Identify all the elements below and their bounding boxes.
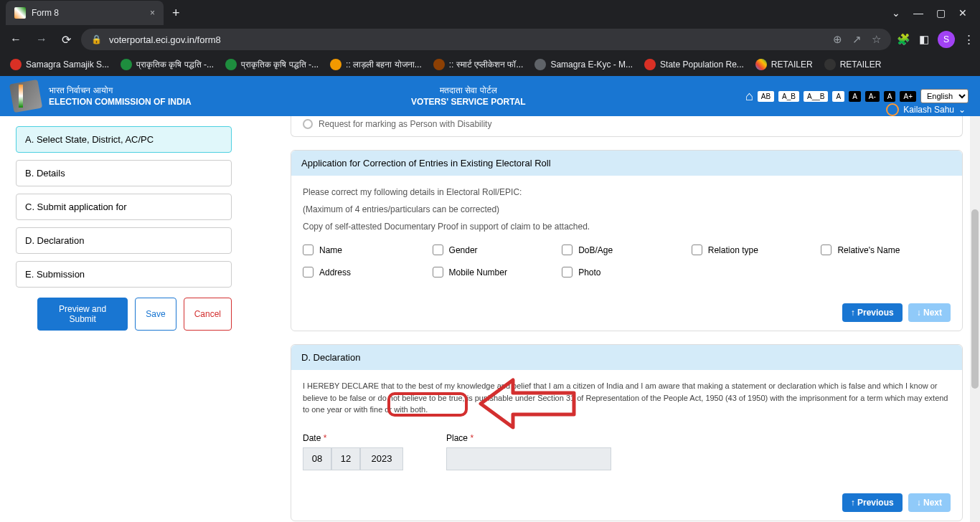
sidepanel-icon[interactable]: ◧ [919,33,929,46]
check-label: Mobile Number [449,267,507,277]
check-option: Mobile Number [433,261,562,283]
cancel-button[interactable]: Cancel [184,298,232,331]
bookmark-item[interactable]: प्राकृतिक कृषि पद्धति -... [221,56,323,73]
date-day-input[interactable] [303,447,331,470]
checkbox-relation-type[interactable] [692,245,702,255]
portal-title-en: VOTERS' SERVICE PORTAL [192,97,745,107]
header-title-en: ELECTION COMMISSION OF INDIA [49,97,192,107]
size-minus[interactable]: A- [865,91,880,102]
scrollbar-track[interactable] [970,116,980,522]
new-tab-button[interactable]: + [172,6,180,21]
checkbox-dob-age[interactable] [562,245,573,255]
bookmark-favicon [10,59,22,70]
portal-title-hi: मतदाता सेवा पोर्टल [192,85,745,95]
check-option: Name [303,239,433,261]
checkbox-photo[interactable] [562,267,573,277]
radio-disability[interactable] [303,119,313,129]
back-icon[interactable]: ← [6,29,26,50]
check-option: Relation type [692,239,821,261]
previous-button-2[interactable]: ↑ Previous [842,493,903,512]
user-icon [886,103,899,116]
bookmark-label: RETAILER [771,60,813,70]
theme-a[interactable]: A [832,91,844,102]
forward-icon[interactable]: → [32,29,52,50]
bookmark-item[interactable]: :: स्मार्ट एप्लीकेशन फॉ... [429,56,528,73]
bookmark-favicon [644,59,656,70]
bookmark-favicon [330,59,341,70]
step-b[interactable]: B. Details [16,160,232,186]
url-text: voterportal.eci.gov.in/form8 [109,34,826,45]
step-d[interactable]: D. Declaration [16,227,232,254]
close-window-icon[interactable]: ✕ [958,7,967,19]
extensions-icon[interactable]: 🧩 [897,33,910,46]
step-c[interactable]: C. Submit application for [16,194,232,220]
bookmark-item[interactable]: Samagra E-Kyc - M... [530,56,637,73]
minimize-icon[interactable]: — [913,7,923,19]
checkbox-mobile-number[interactable] [433,267,443,277]
bookmark-label: प्राकृतिक कृषि पद्धति -... [136,60,214,70]
check-label: DoB/Age [578,245,613,255]
profile-avatar[interactable]: S [938,31,955,48]
header-title-hi: भारत निर्वाचन आयोग [49,85,192,95]
correction-card: Application for Correction of Entries in… [291,150,963,331]
declaration-title: D. Declaration [291,345,962,370]
search-icon[interactable]: ⊕ [833,33,842,46]
bookmark-favicon [824,59,836,70]
address-bar[interactable]: 🔒 voterportal.eci.gov.in/form8 ⊕ ↗ ☆ [81,29,891,50]
preview-submit-button[interactable]: Preview and Submit [37,298,128,331]
save-button[interactable]: Save [135,298,176,331]
checkbox-name[interactable] [303,245,314,255]
theme-a--b[interactable]: A__B [804,91,828,102]
step-e[interactable]: E. Submission [16,261,232,288]
size-plus[interactable]: A+ [900,91,916,102]
checkbox-gender[interactable] [433,245,443,255]
theme-a-b[interactable]: A_B [778,91,799,102]
bookmark-label: Samagra Samajik S... [26,60,109,70]
correction-title: Application for Correction of Entries in… [291,151,962,176]
declaration-card: D. Declaration I HEREBY DECLARE that to … [291,344,963,521]
star-icon[interactable]: ☆ [872,33,881,46]
place-input[interactable] [446,447,611,470]
bookmark-item[interactable]: RETAILER [751,56,817,73]
bookmark-favicon [534,59,546,70]
theme-a-dark[interactable]: A [849,91,861,102]
next-button[interactable]: ↓ Next [908,303,951,322]
bookmark-item[interactable]: Samagra Samajik S... [6,56,113,73]
home-icon[interactable]: ⌂ [745,89,753,104]
check-option: Gender [433,239,562,261]
date-label: Date * [303,433,403,443]
previous-button[interactable]: ↑ Previous [842,303,903,322]
correction-hint1: Please correct my following details in E… [303,187,951,197]
share-icon[interactable]: ↗ [852,33,862,46]
theme-ab[interactable]: AB [758,91,774,102]
bookmark-favicon [121,59,132,70]
bookmark-item[interactable]: :: लाड़ली बहना योजना... [326,56,426,73]
reload-icon[interactable]: ⟳ [57,29,75,51]
radio-disability-label: Request for marking as Person with Disab… [319,119,491,129]
next-button-2[interactable]: ↓ Next [908,493,951,512]
bookmark-favicon [755,59,767,70]
bookmark-item[interactable]: State Population Re... [640,56,748,73]
user-menu[interactable]: Kailash Sahu ⌄ [886,103,966,116]
scrollbar-thumb[interactable] [971,209,979,389]
checkbox-relative-s-name[interactable] [821,245,831,255]
check-label: Relation type [708,245,758,255]
bookmark-item[interactable]: RETAILER [820,56,886,73]
size-normal[interactable]: A [884,91,896,102]
close-tab-icon[interactable]: × [150,8,155,18]
menu-icon[interactable]: ⋮ [963,33,974,46]
tab-title: Form 8 [32,8,144,18]
checkbox-address[interactable] [303,267,314,277]
date-month-input[interactable] [331,447,360,470]
check-label: Relative's Name [837,245,900,255]
step-a[interactable]: A. Select State, District, AC/PC [16,126,232,153]
chevron-down-icon[interactable]: ⌄ [892,7,900,19]
check-option: Address [303,261,433,283]
date-year-input[interactable] [360,447,403,470]
maximize-icon[interactable]: ▢ [936,7,946,19]
language-select[interactable]: English [920,89,969,103]
browser-tab[interactable]: Form 8 × [6,1,164,25]
bookmark-item[interactable]: प्राकृतिक कृषि पद्धति -... [116,56,218,73]
check-label: Name [319,245,342,255]
lock-icon: 🔒 [91,34,102,44]
